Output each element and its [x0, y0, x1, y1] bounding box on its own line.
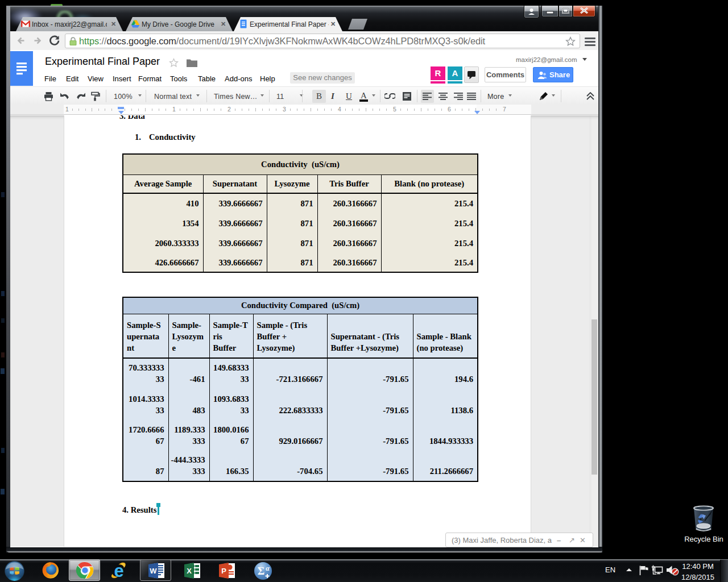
svg-text:α: α [266, 564, 270, 572]
svg-text:Σ: Σ [258, 565, 264, 577]
svg-text:W: W [150, 567, 157, 575]
svg-text:X: X [187, 567, 192, 575]
svg-text:P: P [221, 567, 226, 575]
